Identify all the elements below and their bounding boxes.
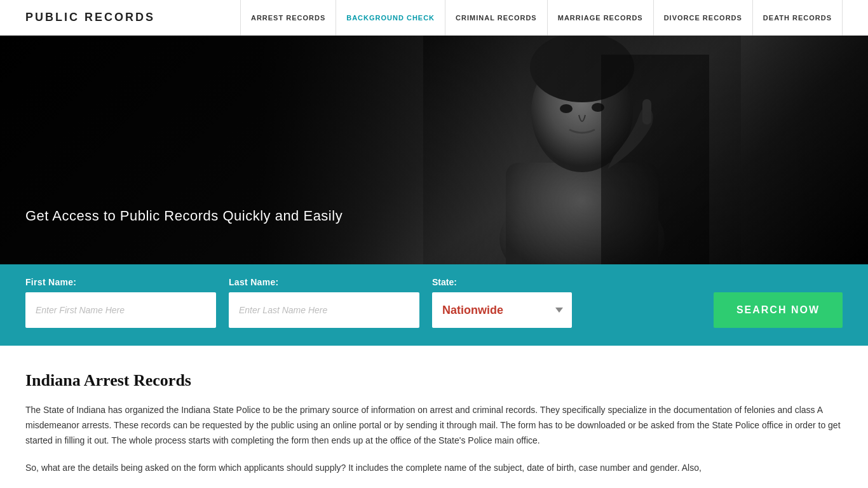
state-field: State: NationwideAlabamaAlaskaArizonaArk… xyxy=(432,277,701,328)
search-now-button[interactable]: SEARCH NOW xyxy=(714,292,843,328)
main-content: Indiana Arrest Records The State of Indi… xyxy=(0,346,868,488)
last-name-label: Last Name: xyxy=(229,277,419,287)
hero-content: Get Access to Public Records Quickly and… xyxy=(0,207,368,264)
content-heading: Indiana Arrest Records xyxy=(25,371,843,390)
state-select[interactable]: NationwideAlabamaAlaskaArizonaArkansasCa… xyxy=(432,292,572,328)
hero-title: Get Access to Public Records Quickly and… xyxy=(25,207,342,226)
nav-death-records[interactable]: DEATH RECORDS xyxy=(753,0,843,36)
last-name-field: Last Name: xyxy=(229,277,419,328)
search-panel: First Name: Last Name: State: Nationwide… xyxy=(0,264,868,346)
nav-background-check[interactable]: BACKGROUND CHECK xyxy=(336,0,445,36)
hero-section: Get Access to Public Records Quickly and… xyxy=(0,36,868,264)
nav-marriage-records[interactable]: MARRIAGE RECORDS xyxy=(548,0,654,36)
state-label: State: xyxy=(432,277,701,287)
last-name-input[interactable] xyxy=(229,292,419,328)
nav-criminal-records[interactable]: CRIMINAL RECORDS xyxy=(445,0,548,36)
main-nav: ARREST RECORDS BACKGROUND CHECK CRIMINAL… xyxy=(240,0,843,36)
site-header: PUBLIC RECORDS ARREST RECORDS BACKGROUND… xyxy=(0,0,868,36)
first-name-input[interactable] xyxy=(25,292,216,328)
first-name-field: First Name: xyxy=(25,277,216,328)
site-logo: PUBLIC RECORDS xyxy=(25,11,155,24)
first-name-label: First Name: xyxy=(25,277,216,287)
content-paragraph-1: The State of Indiana has organized the I… xyxy=(25,403,843,448)
content-paragraph-2: So, what are the details being asked on … xyxy=(25,461,843,476)
nav-divorce-records[interactable]: DIVORCE RECORDS xyxy=(654,0,753,36)
state-select-wrapper: NationwideAlabamaAlaskaArizonaArkansasCa… xyxy=(432,292,572,328)
nav-arrest-records[interactable]: ARREST RECORDS xyxy=(240,0,336,36)
